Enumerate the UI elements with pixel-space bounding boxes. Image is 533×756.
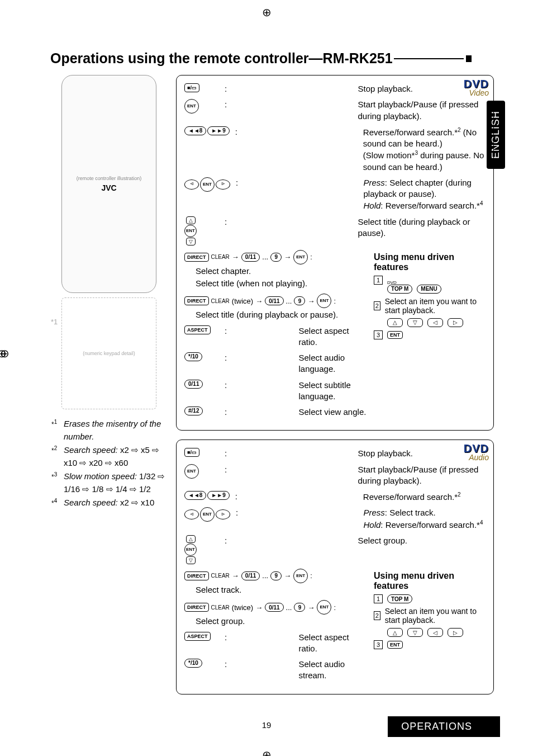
brand-label: JVC: [101, 183, 116, 192]
band-back-icon: ■/▭: [184, 83, 199, 92]
row-press-hold-chapter: ⊲ENT⊳ Press: Select chapter (during play…: [184, 177, 486, 212]
angle-icon: #/12: [184, 407, 203, 415]
menu-title-audio: Using menu driven features: [374, 571, 486, 591]
left-column: (remote controller illustration) JVC *1 …: [50, 75, 168, 703]
left-arrow-icon: ◁: [427, 318, 443, 327]
menu-icon: MENU: [417, 285, 441, 294]
topm-icon: TOP M: [387, 285, 412, 294]
panel-dvd-video: DVD Video ■/▭ Stop playback. ENT Start p…: [176, 75, 494, 431]
up-arrow-icon: △: [387, 318, 403, 327]
updown-icon: △ ENT ▽: [184, 216, 197, 245]
band-back-icon2: ■/▭: [184, 448, 199, 457]
audio-lang-icon: */10: [184, 352, 202, 361]
main-layout: (remote controller illustration) JVC *1 …: [17, 75, 516, 703]
registration-mark-bottom: ⊕: [0, 748, 533, 756]
footnote-3: *3 Slow motion speed: 1/32 ⇨ 1/16 ⇨ 1/8 …: [51, 470, 168, 495]
subtitle-icon: 0/11: [184, 380, 203, 389]
down-arrow-icon: ▽: [407, 318, 423, 327]
audio-menu-features: Using menu driven features 1 TOP M 2 Sel…: [374, 571, 486, 686]
row-audio-play: ENT Start playback/Pause (if pressed dur…: [184, 464, 486, 487]
ent-center-icon: ENT: [200, 177, 215, 192]
remote-illustration: (remote controller illustration) JVC: [61, 75, 156, 293]
row-audio-stop: ■/▭ Stop playback.: [184, 448, 486, 459]
ent-icon2: ENT: [184, 464, 199, 479]
row-audio-presshold: ⊲ENT⊳ Press: Select track.Hold: Reverse/…: [184, 507, 486, 531]
row-direct-chapter: DIRECT CLEAR → 0/11 ... 9 → ENT : Select…: [184, 250, 367, 290]
right-icon: ⊳: [216, 179, 230, 190]
badge-dvd-audio: DVD Audio: [464, 442, 489, 462]
ent-button-icon: ENT: [184, 99, 199, 114]
row-audio-group: △ ENT ▽ Select group.: [184, 535, 486, 564]
section-label: OPERATIONS: [388, 716, 500, 737]
row-aspect: ASPECT Select aspect ratio.: [184, 325, 367, 348]
footnote-2: *2 Search speed: x2 ⇨ x5 ⇨ x10 ⇨ x20 ⇨ x…: [51, 444, 168, 469]
menu-title: Using menu driven features: [374, 252, 486, 272]
star1-ref: *1: [51, 318, 58, 326]
ent-seq-icon: ENT: [293, 250, 308, 264]
audio-menu-step-2: 2 Select an item you want to start playb…: [374, 607, 486, 625]
num0-icon: 0/11: [241, 253, 260, 262]
remote-keypad-illustration: *1 (numeric keypad detail): [61, 297, 156, 409]
direct-icon2: DIRECT: [184, 296, 209, 305]
panel-dvd-audio: DVD Audio ■/▭ Stop playback. ENT Start p…: [176, 440, 494, 694]
footnotes: *1 Erases the misentry of the number. *2…: [50, 418, 168, 509]
topm-icon2: TOP M: [387, 594, 412, 603]
menu-step-3: 3 ENT: [374, 330, 486, 339]
row-play-pause: ENT Start playback/Pause (if pressed dur…: [184, 99, 486, 122]
fwd-icon2: ►►9: [207, 491, 229, 500]
left-icon: ⊲: [184, 179, 199, 190]
audio-menu-step-3: 3 ENT: [374, 640, 486, 649]
menu-step-1: 1 DVD: [374, 276, 486, 285]
row-view-angle: #/12 Select view angle.: [184, 407, 367, 418]
row-audio-aspect: ASPECT Select aspect ratio.: [184, 632, 367, 655]
page-title: Operations using the remote controller—R…: [50, 50, 516, 67]
row-subtitle-lang: 0/11 Select subtitle language.: [184, 380, 367, 403]
ent-step-icon: ENT: [387, 331, 403, 339]
row-audio-stream: */10 Select audio stream.: [184, 659, 367, 682]
aspect-icon: ASPECT: [184, 325, 211, 334]
row-audio-revfwd: ◄◄8 ►►9 Reverse/forward search.*2: [184, 491, 486, 503]
row-stop: ■/▭ Stop playback.: [184, 83, 486, 94]
direct-icon: DIRECT: [184, 253, 209, 262]
video-menu-features: Using menu driven features 1 DVD TOP M M…: [374, 252, 486, 423]
menu-step-2: 2 Select an item you want to start playb…: [374, 297, 486, 315]
row-audio-direct-group: DIRECT CLEAR (twice) → 0/11 ... 9 → ENT …: [184, 600, 367, 627]
footnote-4: *4 Search speed: x2 ⇨ x10: [51, 497, 168, 509]
row-select-title: △ ENT ▽ Select title (during playback or…: [184, 216, 486, 245]
badge-dvd-video: DVD Video: [464, 78, 489, 97]
registration-mark-top: ⊕: [0, 6, 533, 19]
rev-icon2: ◄◄8: [184, 491, 206, 500]
num9-icon: 9: [270, 253, 282, 262]
row-direct-twice: DIRECT CLEAR (twice) → 0/11 ... 9 → ENT …: [184, 294, 367, 320]
row-audio-direct-track: DIRECT CLEAR → 0/11 ... 9 → ENT : Select…: [184, 569, 367, 596]
right-arrow-icon: ▷: [448, 318, 463, 327]
fwd-icon: ►►9: [207, 126, 229, 135]
right-column: DVD Video ■/▭ Stop playback. ENT Start p…: [176, 75, 494, 703]
row-rev-fwd: ◄◄8 ►►9 Reverse/forward search.*2 (No so…: [184, 126, 486, 173]
rev-icon: ◄◄8: [184, 126, 206, 135]
footnote-1: *1 Erases the misentry of the number.: [51, 418, 168, 443]
row-audio-lang: */10 Select audio language.: [184, 352, 367, 375]
audio-menu-step-1: 1 TOP M: [374, 594, 486, 603]
